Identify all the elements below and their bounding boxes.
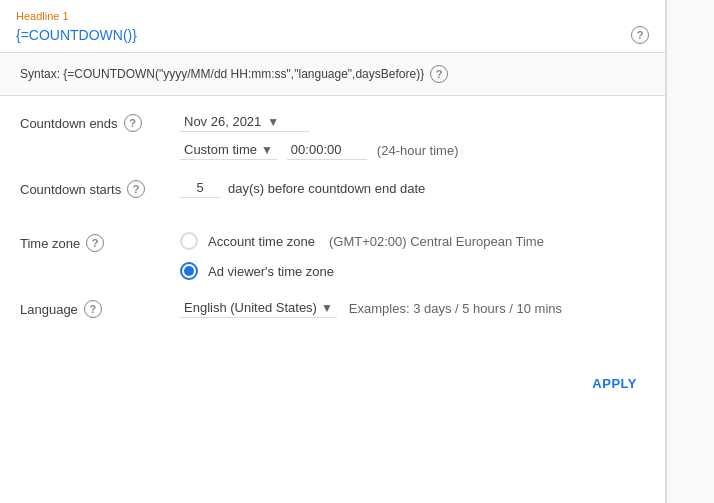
language-value: English (United States)	[184, 300, 317, 315]
countdown-starts-row: Countdown starts ? day(s) before countdo…	[20, 178, 645, 214]
time-hint: (24-hour time)	[377, 143, 459, 158]
headline-code: {=COUNTDOWN()}	[16, 27, 137, 43]
timezone-account-detail: (GMT+02:00) Central European Time	[329, 234, 544, 249]
custom-time-row: Custom time ▼ (24-hour time)	[180, 140, 645, 160]
main-container: Headline 1 {=COUNTDOWN()} ? Syntax: {=CO…	[0, 0, 714, 503]
language-help-icon[interactable]: ?	[84, 300, 102, 318]
custom-time-select[interactable]: Custom time ▼	[180, 140, 277, 160]
apply-row: APPLY	[0, 372, 665, 411]
language-row: Language ? English (United States) ▼ Exa…	[20, 298, 645, 334]
headline-help-icon[interactable]: ?	[631, 26, 649, 44]
timezone-row: Time zone ? Account time zone (GMT+02:00…	[20, 232, 645, 280]
language-example: Examples: 3 days / 5 hours / 10 mins	[349, 301, 562, 316]
language-dropdown-arrow: ▼	[321, 301, 333, 315]
timezone-label: Time zone ?	[20, 232, 180, 252]
date-dropdown-arrow: ▼	[267, 115, 279, 129]
headline-label: Headline 1	[16, 10, 649, 22]
timezone-account-radio[interactable]	[180, 232, 198, 250]
days-row: day(s) before countdown end date	[180, 178, 645, 198]
timezone-controls: Account time zone (GMT+02:00) Central Eu…	[180, 232, 645, 280]
timezone-viewer-radio-inner	[184, 266, 194, 276]
date-select[interactable]: Nov 26, 2021 ▼	[180, 112, 310, 132]
headline-value-row: {=COUNTDOWN()} ?	[16, 26, 649, 44]
countdown-starts-controls: day(s) before countdown end date	[180, 178, 645, 198]
date-value: Nov 26, 2021	[184, 114, 261, 129]
headline-section: Headline 1 {=COUNTDOWN()} ?	[0, 0, 665, 53]
timezone-viewer-radio[interactable]	[180, 262, 198, 280]
form-section: Countdown ends ? Nov 26, 2021 ▼ Custom t…	[0, 96, 665, 372]
countdown-starts-help-icon[interactable]: ?	[127, 180, 145, 198]
countdown-ends-row: Countdown ends ? Nov 26, 2021 ▼ Custom t…	[20, 112, 645, 160]
timezone-help-icon[interactable]: ?	[86, 234, 104, 252]
timezone-viewer-label: Ad viewer's time zone	[208, 264, 334, 279]
custom-time-label: Custom time	[184, 142, 257, 157]
time-input[interactable]	[287, 140, 367, 160]
timezone-account-label: Account time zone	[208, 234, 315, 249]
days-input[interactable]	[180, 178, 220, 198]
timezone-viewer-row[interactable]: Ad viewer's time zone	[180, 262, 645, 280]
custom-time-dropdown-arrow: ▼	[261, 143, 273, 157]
countdown-ends-label: Countdown ends ?	[20, 112, 180, 132]
syntax-box: Syntax: {=COUNTDOWN("yyyy/MM/dd HH:mm:ss…	[0, 53, 665, 96]
countdown-ends-help-icon[interactable]: ?	[124, 114, 142, 132]
timezone-account-row[interactable]: Account time zone (GMT+02:00) Central Eu…	[180, 232, 645, 250]
days-label: day(s) before countdown end date	[228, 181, 425, 196]
language-select-row: English (United States) ▼ Examples: 3 da…	[180, 298, 645, 318]
syntax-text: Syntax: {=COUNTDOWN("yyyy/MM/dd HH:mm:ss…	[20, 67, 424, 81]
main-panel: Headline 1 {=COUNTDOWN()} ? Syntax: {=CO…	[0, 0, 666, 503]
syntax-help-icon[interactable]: ?	[430, 65, 448, 83]
language-controls: English (United States) ▼ Examples: 3 da…	[180, 298, 645, 318]
countdown-ends-controls: Nov 26, 2021 ▼ Custom time ▼ (24-hour ti…	[180, 112, 645, 160]
countdown-starts-label: Countdown starts ?	[20, 178, 180, 198]
language-select[interactable]: English (United States) ▼	[180, 298, 337, 318]
language-label: Language ?	[20, 298, 180, 318]
right-panel	[666, 0, 714, 503]
apply-button[interactable]: APPLY	[584, 372, 645, 395]
date-row: Nov 26, 2021 ▼	[180, 112, 645, 132]
